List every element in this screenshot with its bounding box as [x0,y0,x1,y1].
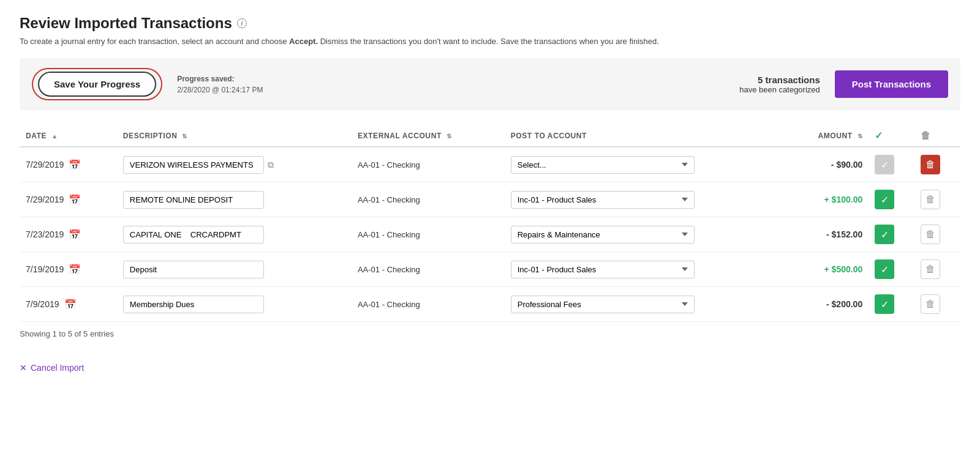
amount-value: - $90.00 [831,160,862,170]
page-title: Review Imported Transactions i [20,15,960,32]
calendar-icon[interactable]: 📅 [69,264,81,275]
date-value: 7/19/2019 [26,264,64,274]
external-account: AA-01 - Checking [358,265,420,274]
external-account: AA-01 - Checking [358,160,420,170]
col-description: DESCRIPTION ⇅ [117,125,352,147]
table-row: 7/9/2019 📅 AA-01 - CheckingProfessional … [20,287,960,322]
accept-button[interactable]: ✓ [875,294,894,314]
delete-button[interactable]: 🗑 [921,190,940,209]
external-account: AA-01 - Checking [358,195,420,204]
delete-button[interactable]: 🗑 [921,225,940,244]
table-row: 7/29/2019 📅 AA-01 - CheckingInc-01 - Pro… [20,182,960,217]
help-icon[interactable]: i [237,18,247,28]
showing-text: Showing 1 to 5 of 5 entries [20,329,960,338]
accept-button[interactable]: ✓ [875,225,894,244]
accept-button[interactable]: ✓ [875,190,894,209]
post-to-account-select[interactable]: Professional Fees [511,296,695,313]
amount-value: - $152.00 [826,229,862,239]
date-value: 7/29/2019 [26,195,64,204]
date-value: 7/9/2019 [26,299,59,309]
cancel-import-link[interactable]: ✕ Cancel Import [20,363,960,373]
post-transactions-button[interactable]: Post Transactions [835,70,948,98]
x-icon: ✕ [20,363,27,373]
progress-info: Progress saved: 2/28/2020 @ 01:24:17 PM [177,73,263,95]
description-input[interactable] [123,261,264,278]
sort-date-icon[interactable]: ▲ [51,133,58,140]
external-account: AA-01 - Checking [358,300,420,309]
calendar-icon[interactable]: 📅 [69,159,81,171]
delete-button[interactable]: 🗑 [921,294,940,314]
save-progress-button[interactable]: Save Your Progress [38,72,156,97]
description-input[interactable] [123,191,264,209]
amount-value: + $100.00 [824,195,863,204]
table-row: 7/29/2019 📅 ⧉ AA-01 - CheckingSelect...-… [20,147,960,182]
description-input[interactable] [123,226,264,244]
post-to-account-select[interactable]: Inc-01 - Product Sales [511,261,695,278]
copy-icon[interactable]: ⧉ [268,160,274,170]
external-account: AA-01 - Checking [358,230,420,239]
col-post-to-account: POST TO ACCOUNT [505,125,787,147]
col-external-account: EXTERNAL ACCOUNT ⇅ [352,125,505,147]
accept-button[interactable]: ✓ [875,259,894,279]
calendar-icon[interactable]: 📅 [69,229,81,240]
accept-button[interactable]: ✓ [875,155,894,174]
amount-value: + $500.00 [824,264,863,274]
calendar-icon[interactable]: 📅 [69,194,81,206]
description-input[interactable] [123,156,264,174]
post-to-account-select[interactable]: Inc-01 - Product Sales [511,191,695,209]
post-to-account-select[interactable]: Select... [511,156,695,174]
categorized-info: 5 transactions have been categorized [739,75,820,94]
col-amount: AMOUNT ⇅ [787,125,869,147]
post-to-account-select[interactable]: Repairs & Maintenance [511,226,695,244]
delete-button[interactable]: 🗑 [921,155,940,174]
table-row: 7/19/2019 📅 AA-01 - CheckingInc-01 - Pro… [20,252,960,287]
page-subtitle: To create a journal entry for each trans… [20,37,960,46]
col-delete-header: 🗑 [914,125,960,147]
amount-value: - $200.00 [826,299,862,309]
date-value: 7/29/2019 [26,160,64,170]
table-row: 7/23/2019 📅 AA-01 - CheckingRepairs & Ma… [20,217,960,252]
transactions-table: DATE ▲ DESCRIPTION ⇅ EXTERNAL ACCOUNT ⇅ … [20,125,960,338]
sort-amount-icon[interactable]: ⇅ [858,133,863,140]
calendar-icon[interactable]: 📅 [64,299,77,310]
sort-desc-icon[interactable]: ⇅ [182,133,187,140]
col-accept-header: ✓ [869,125,914,147]
description-input[interactable] [123,296,264,313]
sort-ext-icon[interactable]: ⇅ [447,133,452,140]
delete-button[interactable]: 🗑 [921,259,940,279]
date-value: 7/23/2019 [26,229,64,239]
save-button-wrapper: Save Your Progress [32,68,162,100]
col-date: DATE ▲ [20,125,117,147]
toolbar: Save Your Progress Progress saved: 2/28/… [20,58,960,110]
